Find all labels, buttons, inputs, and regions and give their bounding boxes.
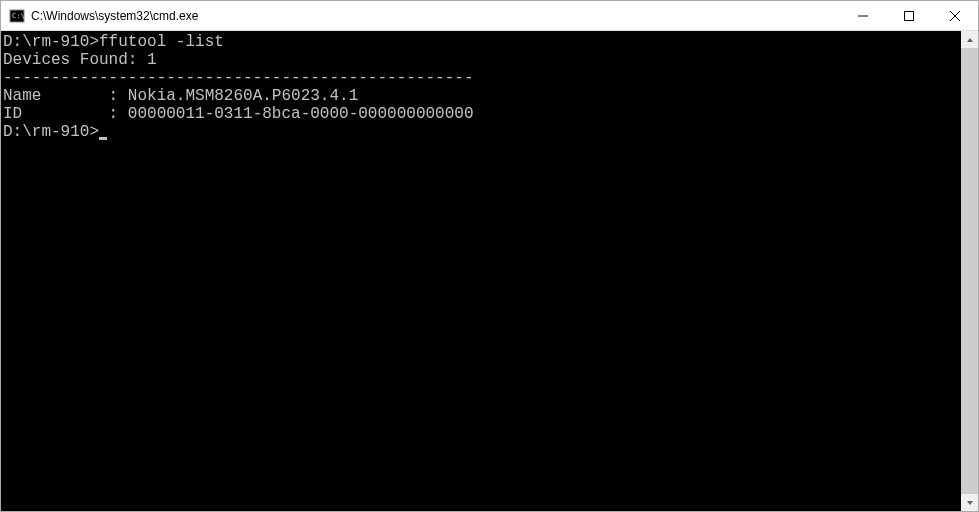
- svg-text:C:\: C:\: [12, 12, 25, 20]
- prompt-1: D:\rm-910>: [3, 33, 99, 51]
- titlebar[interactable]: C:\ C:\Windows\system32\cmd.exe: [1, 1, 978, 31]
- svg-marker-7: [967, 501, 973, 505]
- id-sep: :: [22, 105, 128, 123]
- window-controls: [840, 1, 978, 30]
- id-value: 00000011-0311-8bca-0000-000000000000: [128, 105, 474, 123]
- vertical-scrollbar[interactable]: [961, 31, 978, 511]
- cmd-window: C:\ C:\Windows\system32\cmd.exe D:\rm-91…: [0, 0, 979, 512]
- prompt-2: D:\rm-910>: [3, 123, 99, 141]
- svg-rect-3: [905, 11, 914, 20]
- scroll-thumb[interactable]: [961, 48, 978, 494]
- name-value: Nokia.MSM8260A.P6023.4.1: [128, 87, 358, 105]
- id-label: ID: [3, 105, 22, 123]
- terminal-output[interactable]: D:\rm-910>ffutool -listDevices Found: 1-…: [1, 31, 961, 511]
- name-label: Name: [3, 87, 41, 105]
- titlebar-left: C:\ C:\Windows\system32\cmd.exe: [9, 8, 198, 24]
- svg-marker-6: [967, 38, 973, 42]
- window-title: C:\Windows\system32\cmd.exe: [31, 9, 198, 23]
- cmd-icon: C:\: [9, 8, 25, 24]
- scroll-track[interactable]: [961, 48, 978, 494]
- command-1: ffutool -list: [99, 33, 224, 51]
- minimize-button[interactable]: [840, 1, 886, 30]
- name-sep: :: [41, 87, 127, 105]
- scroll-up-arrow[interactable]: [961, 31, 978, 48]
- scroll-down-arrow[interactable]: [961, 494, 978, 511]
- separator: ----------------------------------------…: [3, 69, 961, 87]
- close-button[interactable]: [932, 1, 978, 30]
- maximize-button[interactable]: [886, 1, 932, 30]
- devices-found: Devices Found: 1: [3, 51, 961, 69]
- cursor: [99, 137, 107, 140]
- content-area: D:\rm-910>ffutool -listDevices Found: 1-…: [1, 31, 978, 511]
